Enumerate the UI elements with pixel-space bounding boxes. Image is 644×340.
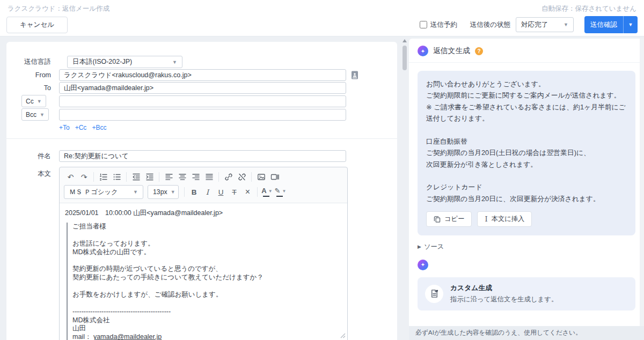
add-bcc-link[interactable]: +Bcc [92,124,106,131]
body-label: 本文 [6,169,51,179]
editor-toolbar: ↶ ↷ [60,167,347,203]
italic-button[interactable]: I [201,186,214,198]
ai-panel-title: 返信文生成 [433,46,470,56]
chevron-down-icon: ▼ [282,186,286,194]
chevron-down-icon: ▼ [133,189,138,195]
ordered-list-icon[interactable] [97,171,110,183]
font-family-select[interactable]: ＭＳ Ｐゴシック ▼ [64,185,143,199]
status-after-send-value: 対応完了 [521,20,548,29]
font-size-value: 13px [153,188,167,196]
media-icon[interactable] [268,171,281,183]
custom-generate-desc: 指示に沿って返信文を生成します。 [450,295,558,304]
chevron-down-icon: ▼ [268,186,273,194]
source-toggle[interactable]: ▶ ソース [409,241,644,252]
divider [6,138,397,139]
language-select[interactable]: 日本語(ISO-202-JP) ▼ [67,56,182,68]
ai-sparkle-icon: ✦ [418,260,428,270]
chevron-down-icon: ▼ [171,189,175,195]
add-to-link[interactable]: +To [59,124,70,131]
strikethrough-button[interactable]: T [228,186,241,198]
bold-button[interactable]: B [187,186,201,198]
rich-text-editor: ↶ ↷ [59,167,348,340]
top-bar: ラクスクラウド：返信メール作成 自動保存：保存されていません キャンセル 送信予… [0,0,644,36]
custom-generate-card[interactable]: カスタム生成 指示に沿って返信文を生成します。 [418,277,635,311]
unlink-icon[interactable] [235,171,248,183]
scroll-up-arrow[interactable] [402,39,407,42]
language-label: 送信言語 [6,57,51,66]
chevron-down-icon: ▼ [172,60,177,65]
page-title: ラクスクラウド：返信メール作成 [8,4,109,13]
align-left-icon[interactable] [162,171,175,183]
status-after-send-select[interactable]: 対応完了 ▼ [516,17,574,32]
editor-resize-handle[interactable] [340,332,346,340]
cc-type-select[interactable]: Cc ▼ [21,95,46,107]
chevron-down-icon: ▼ [37,99,42,104]
link-icon[interactable] [222,171,235,183]
send-options-caret-button[interactable]: ▼ [623,16,638,33]
add-cc-link[interactable]: +Cc [75,124,87,131]
bcc-type-select[interactable]: Bcc ▼ [21,108,49,121]
font-size-select[interactable]: 13px ▼ [148,185,179,199]
underline-button[interactable]: U [214,186,228,198]
custom-generate-title: カスタム生成 [450,284,558,293]
editor-body[interactable]: 2025/01/01 10:00:00 山田<yamada@maildealer… [60,203,347,340]
quoted-mail-header: 2025/01/01 10:00:00 山田<yamada@maildealer… [65,209,342,218]
insert-cursor-icon: I [485,215,487,223]
panel-scrollbar-track[interactable] [640,39,644,326]
chevron-down-icon: ▼ [40,112,45,117]
bcc-input[interactable] [59,109,346,121]
document-edit-icon [425,285,443,303]
generated-reply-card: お問い合わせありがとうございます。 ご契約期限前にご更新に関するご案内メールが送… [418,71,635,235]
address-book-icon[interactable] [350,70,360,80]
copy-icon [434,216,441,223]
subject-input[interactable] [59,150,346,162]
clear-format-button[interactable]: × [241,186,254,198]
schedule-send-checkbox[interactable] [420,21,427,28]
status-after-send-label: 送信後の状態 [470,20,510,29]
triangle-right-icon: ▶ [418,244,421,249]
chevron-down-icon: ▼ [564,22,568,27]
bullet-list-icon[interactable] [110,171,123,183]
undo-icon[interactable]: ↶ [64,171,77,183]
schedule-send-label: 送信予約 [430,20,457,29]
signature-mail-link[interactable]: yamada@maildealer.jp [93,333,162,340]
to-label: To [6,84,51,92]
autosave-status: 自動保存：保存されていません [541,4,636,13]
highlight-color-button[interactable]: ✎ ▼ [274,186,287,198]
ai-disclaimer: 必ずAIが生成した内容を確認のうえ、使用してください。 [409,326,644,340]
ai-sparkle-icon: ✦ [418,46,428,56]
justify-icon[interactable] [202,171,216,183]
redo-icon[interactable]: ↷ [77,171,91,183]
text-color-button[interactable]: A ▼ [260,186,274,198]
quoted-mail-block: ご担当者様 お世話になっております。 MD株式会社の山田です。 契約更新の時期が… [67,223,342,340]
scrollbar-thumb[interactable] [402,46,407,70]
subject-label: 件名 [6,152,51,161]
to-input[interactable] [59,82,346,94]
main-scrollbar [401,38,408,70]
outdent-icon[interactable] [129,171,143,183]
cancel-button[interactable]: キャンセル [6,17,68,33]
insert-to-body-button[interactable]: I 本文に挿入 [477,211,532,227]
image-icon[interactable] [254,171,268,183]
from-label: From [6,71,51,79]
help-icon[interactable]: ? [475,47,483,55]
ai-panel-header: ✦ 返信文生成 ? [409,39,644,63]
font-family-value: ＭＳ Ｐゴシック [69,188,118,197]
align-right-icon[interactable] [189,171,202,183]
align-center-icon[interactable] [175,171,189,183]
language-value: 日本語(ISO-202-JP) [72,57,132,66]
generated-reply-text: お問い合わせありがとうございます。 ご契約期限前にご更新に関するご案内メールが送… [426,78,627,204]
ai-reply-panel: ✦ 返信文生成 ? お問い合わせありがとうございます。 ご契約期限前にご更新に関… [409,39,644,340]
indent-icon[interactable] [143,171,156,183]
compose-card: 送信言語 日本語(ISO-202-JP) ▼ From To Cc ▼ [6,42,397,340]
copy-button[interactable]: コピー [426,211,472,227]
from-input[interactable] [59,69,346,81]
send-confirm-button[interactable]: 送信確認 [584,16,623,33]
cc-input[interactable] [59,95,346,107]
